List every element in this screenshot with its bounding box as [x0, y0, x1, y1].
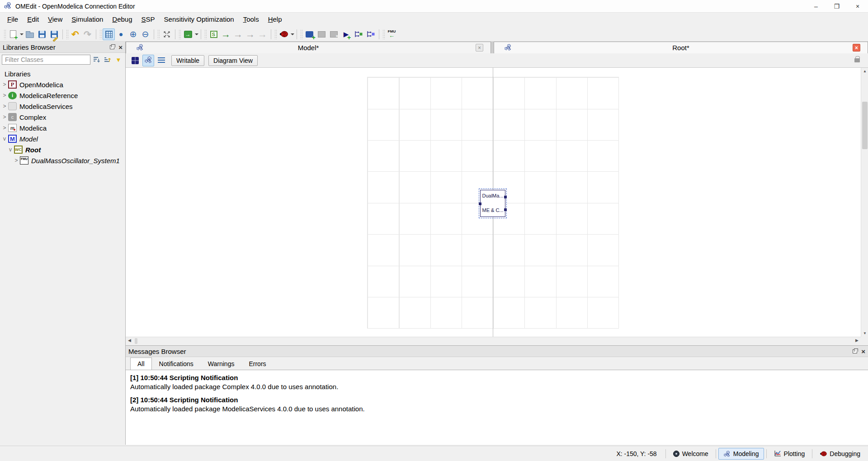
expanded-icon[interactable]: v — [8, 146, 13, 153]
switch-model-dropdown-icon[interactable] — [195, 33, 198, 35]
simulate-animation-icon[interactable]: → — [256, 28, 269, 40]
expanded-icon[interactable]: v — [2, 136, 7, 142]
horizontal-scroll-handle[interactable] — [135, 338, 137, 344]
tree-item-openmodelica[interactable]: >POpenModelica — [0, 79, 125, 90]
zoom-in-icon[interactable]: ⊕ — [127, 28, 139, 40]
debugging-perspective-button[interactable]: Debugging — [815, 448, 865, 460]
menu-sensitivity-optimization[interactable]: Sensitivity Optimization — [160, 13, 239, 27]
simulate-icon[interactable]: → — [220, 28, 232, 40]
switch-model-icon[interactable]: → — [182, 28, 194, 40]
minimize-button[interactable]: – — [806, 0, 826, 12]
collapsed-icon[interactable]: > — [2, 81, 7, 88]
close-panel-icon[interactable]: × — [118, 44, 123, 51]
writable-button[interactable]: Writable — [171, 55, 204, 66]
messages-tab-all[interactable]: All — [130, 358, 152, 370]
menu-view[interactable]: View — [43, 13, 67, 27]
float-panel-icon[interactable] — [110, 45, 114, 49]
save-as-icon[interactable] — [48, 28, 60, 40]
plotting-perspective-button[interactable]: Plotting — [769, 448, 810, 460]
add-submodel-icon[interactable]: × — [328, 28, 340, 40]
scroll-down-icon[interactable]: ▼ — [863, 331, 867, 335]
vertical-scroll-handle[interactable] — [862, 102, 868, 149]
menu-help[interactable]: Help — [264, 13, 287, 27]
tab-close-icon[interactable]: × — [853, 44, 860, 52]
menu-debug[interactable]: Debug — [108, 13, 137, 27]
tab-root[interactable]: Root* × — [494, 42, 868, 53]
menu-simulation[interactable]: Simulation — [67, 13, 108, 27]
perspective-buttons: Welcome Modeling Plotting Debugging — [668, 448, 865, 460]
window-controls: –❐× — [806, 0, 868, 12]
tab-close-icon[interactable]: × — [476, 44, 483, 52]
add-tlm-bus-icon[interactable] — [364, 28, 377, 40]
welcome-perspective-button[interactable]: Welcome — [668, 448, 713, 460]
tree-item-model[interactable]: vMModel — [0, 133, 125, 144]
diagram-view-label-button[interactable]: Diagram View — [208, 55, 258, 66]
messages-tab-errors[interactable]: Errors — [241, 358, 273, 370]
redo-icon[interactable]: ↷ — [81, 28, 94, 40]
simulate-transformational-icon[interactable]: → — [232, 28, 244, 40]
ssp-model-icon — [504, 43, 512, 52]
icon-view-button[interactable] — [129, 55, 141, 66]
simulate-debug-icon[interactable] — [278, 28, 290, 40]
close-button[interactable]: × — [847, 0, 868, 12]
sort-descending-icon[interactable] — [92, 55, 101, 64]
collapsed-icon[interactable]: > — [2, 103, 7, 109]
simulate-debug-dropdown-icon[interactable] — [291, 33, 294, 35]
messages-tabs: AllNotificationsWarningsErrors — [126, 357, 868, 370]
diagram-canvas[interactable]: DualMa... ME & C... — [126, 68, 861, 337]
fit-to-diagram-icon[interactable] — [160, 28, 173, 40]
zoom-out-icon[interactable]: ⊖ — [139, 28, 151, 40]
close-messages-icon[interactable]: × — [861, 348, 865, 355]
menu-file[interactable]: File — [3, 13, 23, 27]
diagram-view-button[interactable] — [142, 55, 154, 66]
scroll-left-icon[interactable]: ◀ — [128, 338, 131, 343]
collapse-all-icon[interactable]: ▼ — [114, 55, 123, 64]
new-model-dropdown-icon[interactable] — [20, 33, 24, 35]
undo-icon[interactable]: ↶ — [69, 28, 81, 40]
dual-mass-oscillator-component[interactable]: DualMa... ME & C... — [480, 190, 505, 217]
messages-tab-notifications[interactable]: Notifications — [152, 358, 201, 370]
add-connector-icon[interactable]: ▶+ — [340, 28, 352, 40]
new-model-icon[interactable]: + — [7, 28, 19, 40]
add-system-icon[interactable] — [316, 28, 328, 40]
show-grid-icon[interactable] — [103, 28, 115, 40]
horizontal-scrollbar[interactable]: ◀ ▶ — [126, 337, 861, 344]
connector-handle-left[interactable] — [479, 202, 481, 205]
add-bus-icon[interactable] — [352, 28, 364, 40]
tree-item-complex[interactable]: >cComplex — [0, 112, 125, 122]
scroll-up-icon[interactable]: ▲ — [863, 69, 867, 73]
modeling-perspective-button[interactable]: Modeling — [718, 448, 764, 460]
collapsed-icon[interactable]: > — [2, 114, 7, 120]
tree-item-modelicaservices[interactable]: >ModelicaServices — [0, 101, 125, 112]
maximize-button[interactable]: ❐ — [826, 0, 847, 12]
messages-tab-warnings[interactable]: Warnings — [201, 358, 242, 370]
collapsed-icon[interactable]: > — [14, 157, 19, 164]
open-model-icon[interactable] — [24, 28, 36, 40]
tree-item-modelicareference[interactable]: >iModelicaReference — [0, 90, 125, 101]
filter-classes-input[interactable] — [2, 55, 90, 65]
add-fmu-icon[interactable]: FMU← — [386, 28, 398, 40]
connector-handle-right-top[interactable] — [504, 196, 507, 198]
vertical-scrollbar[interactable]: ▲ ▼ — [861, 68, 868, 337]
zoom-normal-icon[interactable]: ● — [115, 28, 127, 40]
float-messages-icon[interactable] — [853, 349, 857, 353]
simulation-setup-icon[interactable]: S — [208, 28, 220, 40]
new-ssp-model-icon[interactable]: + — [303, 28, 316, 40]
menu-edit[interactable]: Edit — [23, 13, 43, 27]
sort-ascending-icon[interactable] — [103, 55, 112, 64]
tree-root-label[interactable]: Libraries — [0, 68, 125, 79]
connector-handle-right-bottom[interactable] — [504, 208, 507, 211]
tab-model[interactable]: Model* × — [126, 42, 491, 53]
simulate-algorithmic-icon[interactable]: → — [244, 28, 256, 40]
menu-tools[interactable]: Tools — [239, 13, 264, 27]
text-view-button[interactable] — [156, 55, 167, 66]
save-icon[interactable] — [36, 28, 48, 40]
perspective-label: Modeling — [733, 450, 759, 457]
collapsed-icon[interactable]: > — [2, 92, 7, 99]
tree-item-modelica[interactable]: >mModelica — [0, 122, 125, 133]
menu-ssp[interactable]: SSP — [137, 13, 160, 27]
collapsed-icon[interactable]: > — [2, 125, 7, 131]
tree-item-dualmassoscillator_system1[interactable]: >FMUDualMassOscillator_System1 — [0, 155, 125, 166]
scroll-right-icon[interactable]: ▶ — [855, 338, 859, 343]
tree-item-root[interactable]: vWCRoot — [0, 144, 125, 155]
